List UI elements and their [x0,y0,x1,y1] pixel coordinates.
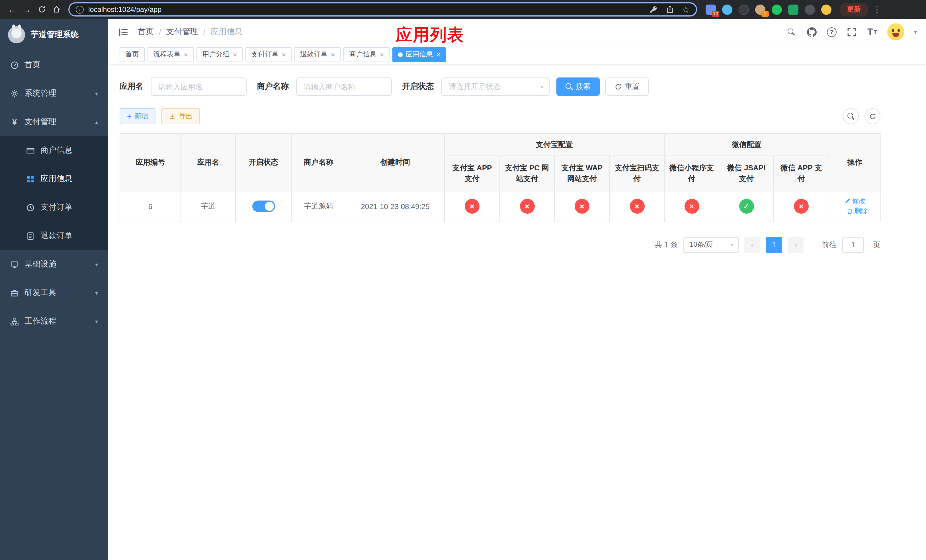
tab-label: 商户信息 [349,50,377,59]
password-key-icon[interactable] [649,5,658,14]
sidebar-item-label: 退款订单 [41,231,72,241]
browser-reload-button[interactable] [34,2,49,17]
tab-label: 支付订单 [251,50,278,59]
bookmark-star-icon[interactable]: ☆ [682,5,690,14]
sidebar-item-label: 系统管理 [24,88,56,98]
tab-process-form[interactable]: 流程表单× [147,47,194,62]
chevron-up-icon: ▴ [95,119,98,125]
sidebar-item-label: 研发工具 [24,288,56,298]
sidebar-item-label: 应用信息 [41,174,72,184]
extension-dark-icon[interactable] [738,4,749,15]
font-size-icon[interactable]: TT [867,26,878,37]
clock-icon [26,203,35,212]
status-switch[interactable] [252,201,275,212]
user-avatar[interactable] [887,23,904,41]
browser-update-button[interactable]: 更新 [840,3,869,16]
home-icon [52,5,61,14]
status-select[interactable]: 请选择开启状态 ▾ [441,77,549,96]
add-button[interactable]: + 新增 [120,108,156,124]
sidebar-item-workflow[interactable]: 工作流程 ▾ [0,307,108,336]
site-info-icon[interactable]: i [76,5,84,14]
tab-app-info[interactable]: 应用信息× [392,47,446,62]
browser-menu-icon[interactable]: ⋮ [871,4,883,15]
alipay-pc-status-icon: × [520,199,534,213]
tab-close-icon[interactable]: × [184,50,188,58]
tab-close-icon[interactable]: × [436,50,440,58]
cell-created: 2021-10-23 08:49:25 [346,191,445,222]
tab-label: 首页 [125,50,139,59]
page-size-select[interactable]: 10条/页 ▾ [683,237,738,253]
user-menu-caret-icon[interactable]: ▾ [914,29,917,35]
edit-link[interactable]: 修改 [844,196,865,206]
browser-home-button[interactable] [49,2,64,17]
total-count: 共 1 条 [655,239,678,250]
tab-home[interactable]: 首页 [120,47,145,62]
breadcrumb-payment[interactable]: 支付管理 [166,27,198,37]
tab-payment-orders[interactable]: 支付订单× [245,47,292,62]
page-number-button[interactable]: 1 [766,237,782,253]
header-search-icon[interactable] [786,26,797,37]
sidebar-item-label: 支付管理 [24,117,56,127]
col-wechat-mini: 微信小程序支付 [664,156,719,191]
sidebar-item-label: 支付订单 [41,202,72,212]
breadcrumb-home[interactable]: 首页 [138,27,154,37]
sidebar-item-refund-orders[interactable]: 退款订单 [0,222,108,250]
tab-user-group[interactable]: 用户分组× [197,47,243,62]
cell-app-id: 6 [120,191,181,222]
extension-green-square-icon[interactable] [788,4,799,15]
table-row: 6 芋道 芋道源码 2021-10-23 08:49:25 × × × × × … [120,191,881,222]
search-button[interactable]: 搜索 [557,77,600,96]
tab-close-icon[interactable]: × [282,50,286,58]
sidebar-item-merchant-info[interactable]: 商户信息 [0,136,108,165]
sidebar-item-payment-orders[interactable]: 支付订单 [0,193,108,222]
refresh-table-button[interactable] [864,108,881,124]
goto-page-input[interactable] [842,237,864,253]
sidebar-item-system[interactable]: 系统管理 ▾ [0,79,108,107]
tab-close-icon[interactable]: × [331,50,335,58]
share-icon[interactable] [666,5,674,14]
extension-avatar-icon[interactable]: 1 [755,4,766,15]
reset-button[interactable]: 重置 [605,77,649,96]
wechat-app-status-icon: × [794,199,809,213]
sidebar-toggle-icon[interactable] [117,26,129,38]
main-area: 首页 / 支付管理 / 应用信息 应用列表 ? TT ▾ [108,19,926,560]
alipay-wap-status-icon: × [575,199,589,213]
fullscreen-icon[interactable] [846,26,857,37]
sidebar-item-infrastructure[interactable]: 基础设施 ▾ [0,250,108,278]
tab-merchant-info[interactable]: 商户信息× [343,47,390,62]
next-page-button[interactable]: › [788,237,803,253]
sidebar-item-payment[interactable]: ¥ 支付管理 ▴ [0,107,108,136]
extension-smiley-icon[interactable] [821,4,831,15]
extension-pin-icon[interactable] [805,4,815,15]
search-form: 应用名 商户名称 开启状态 请选择开启状态 ▾ 搜索 重置 [120,77,881,96]
extension-drop-icon[interactable] [722,4,732,15]
extension-green-circle-icon[interactable] [772,4,782,15]
merchant-name-input[interactable] [296,77,392,96]
help-icon[interactable]: ? [827,27,837,37]
address-bar[interactable]: i localhost:1024/pay/app ☆ [68,2,697,17]
browser-forward-button[interactable]: → [20,2,34,17]
extension-grid-icon[interactable]: 10 [706,4,716,15]
app-name-label: 应用名 [120,82,144,92]
tab-close-icon[interactable]: × [380,50,384,58]
export-button[interactable]: 导出 [161,108,200,124]
page-content: 应用名 商户名称 开启状态 请选择开启状态 ▾ 搜索 重置 [108,77,926,253]
delete-link[interactable]: 删除 [846,206,868,216]
chevron-down-icon: ▾ [95,318,98,324]
tab-refund-orders[interactable]: 退款订单× [294,47,340,62]
table-toolbar: + 新增 导出 [120,108,881,124]
prev-page-button[interactable]: ‹ [744,237,760,253]
browser-back-button[interactable]: ← [5,2,20,17]
url-text: localhost:1024/pay/app [88,5,162,14]
tags-view-bar: 首页 流程表单× 用户分组× 支付订单× 退款订单× 商户信息× 应用信息× [108,45,926,64]
sidebar-item-home[interactable]: 首页 [0,51,108,79]
sidebar-item-app-info[interactable]: 应用信息 [0,165,108,193]
toggle-search-button[interactable] [843,108,859,124]
github-icon[interactable] [806,26,817,37]
toolbox-icon [10,289,19,297]
col-alipay-qr: 支付宝扫码支付 [610,156,664,191]
app-name-input[interactable] [151,77,247,96]
sidebar-item-dev-tools[interactable]: 研发工具 ▾ [0,278,108,307]
tab-close-icon[interactable]: × [233,50,237,58]
tab-label: 流程表单 [153,50,180,59]
